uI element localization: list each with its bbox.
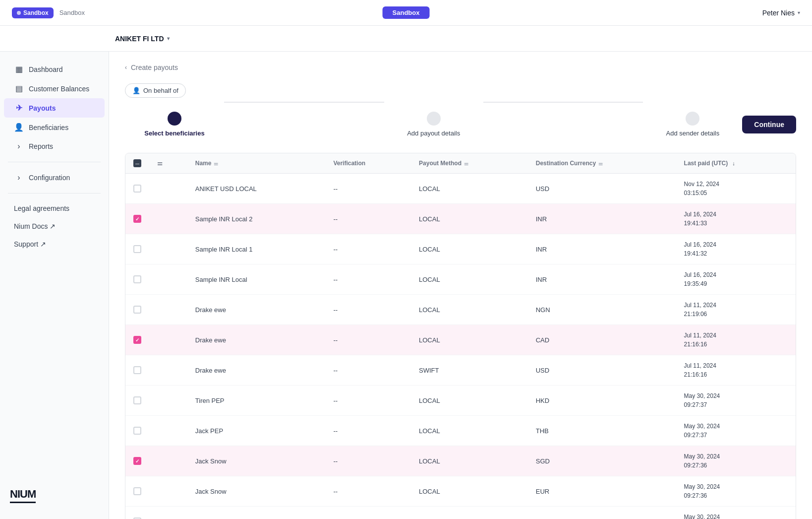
step-2-circle bbox=[427, 112, 441, 126]
row-checkbox[interactable] bbox=[133, 487, 141, 495]
company-chevron-icon: ▾ bbox=[167, 36, 170, 41]
step-line-1 bbox=[224, 102, 384, 103]
sandbox-dot bbox=[17, 11, 21, 15]
row-name: Drake ewe bbox=[187, 355, 326, 386]
currency-sort-icon[interactable]: ⚌ bbox=[598, 161, 603, 166]
row-destination-currency: INR bbox=[528, 204, 676, 234]
row-last-paid: May 30, 202409:27:36 bbox=[676, 446, 796, 476]
continue-button[interactable]: Continue bbox=[742, 116, 796, 133]
table-row: Sample INR Local 1 -- LOCAL INR Jul 16, … bbox=[125, 234, 796, 264]
th-last-paid-label: Last paid (UTC) bbox=[684, 160, 728, 167]
row-checkbox[interactable] bbox=[133, 396, 141, 404]
th-destination-currency-label: Destination Currency bbox=[536, 160, 596, 167]
row-name: Jack Snow bbox=[187, 476, 326, 507]
row-last-paid: May 30, 202409:27:36 bbox=[676, 507, 796, 519]
row-destination-currency: INR bbox=[528, 234, 676, 264]
row-verification: -- bbox=[325, 507, 411, 519]
row-payout-method: LOCAL bbox=[411, 174, 528, 204]
breadcrumb-label[interactable]: Create payouts bbox=[131, 64, 178, 71]
row-last-paid: Jul 16, 202419:41:33 bbox=[676, 204, 796, 234]
last-paid-sort-icon[interactable]: ↓ bbox=[732, 160, 735, 166]
step-2: Add payout details bbox=[384, 112, 483, 137]
row-checkbox[interactable] bbox=[133, 185, 141, 193]
sidebar-item-payouts[interactable]: ✈ Payouts bbox=[4, 98, 105, 118]
reports-expand-icon: › bbox=[14, 142, 24, 151]
row-destination-currency: EUR bbox=[528, 476, 676, 507]
sidebar-item-legal[interactable]: Legal agreements bbox=[4, 199, 105, 217]
sidebar-item-beneficiaries[interactable]: 👤 Beneficiaries bbox=[4, 118, 105, 137]
row-checkbox[interactable] bbox=[133, 457, 141, 465]
row-payout-method: LOCAL bbox=[411, 446, 528, 476]
row-checkbox[interactable] bbox=[133, 245, 141, 253]
customer-balances-icon: ▤ bbox=[14, 84, 24, 93]
row-last-paid: Jul 16, 202419:41:32 bbox=[676, 234, 796, 264]
step-1-label: Select beneficiaries bbox=[144, 130, 204, 137]
beneficiaries-icon: 👤 bbox=[14, 123, 24, 132]
behalf-chip[interactable]: 👤 On behalf of bbox=[125, 83, 186, 98]
row-last-paid: Nov 12, 202403:15:05 bbox=[676, 174, 796, 204]
row-destination-currency: NGN bbox=[528, 295, 676, 325]
row-checkbox-cell bbox=[125, 234, 149, 264]
sidebar-item-label: Configuration bbox=[29, 174, 70, 182]
name-sort-icon[interactable]: ⚌ bbox=[214, 161, 218, 166]
table-row: Tiren PEP -- LOCAL HKD May 30, 202409:27… bbox=[125, 386, 796, 416]
table-row: Jack Snow -- LOCAL EUR May 30, 202409:27… bbox=[125, 476, 796, 507]
row-checkbox[interactable] bbox=[133, 215, 141, 223]
company-bar: ANIKET FI LTD ▾ bbox=[0, 26, 812, 52]
row-checkbox-cell bbox=[125, 174, 149, 204]
row-payout-method: LOCAL bbox=[411, 386, 528, 416]
back-arrow-icon[interactable]: ‹ bbox=[125, 64, 127, 71]
behalf-label: On behalf of bbox=[143, 87, 178, 94]
th-verification: Verification bbox=[325, 153, 411, 174]
row-checkbox[interactable] bbox=[133, 366, 141, 374]
company-selector[interactable]: ANIKET FI LTD ▾ bbox=[115, 35, 170, 43]
row-filter-cell bbox=[149, 507, 187, 519]
sidebar-item-customer-balances[interactable]: ▤ Customer Balances bbox=[4, 79, 105, 98]
step-3: Add sender details bbox=[643, 112, 742, 137]
user-menu[interactable]: Peter Nies ▾ bbox=[762, 9, 800, 17]
row-checkbox-cell bbox=[125, 264, 149, 295]
steps-wrapper: Select beneficiaries Add payout details … bbox=[125, 112, 796, 137]
sidebar-item-reports[interactable]: › Reports bbox=[4, 137, 105, 156]
row-checkbox-cell bbox=[125, 416, 149, 446]
sidebar-divider-2 bbox=[8, 193, 101, 194]
sandbox-badge-left[interactable]: Sandbox bbox=[12, 7, 54, 18]
select-all-checkbox[interactable] bbox=[133, 159, 141, 167]
th-payout-method: Payout Method ⚌ bbox=[411, 153, 528, 174]
row-checkbox[interactable] bbox=[133, 275, 141, 283]
row-checkbox[interactable] bbox=[133, 306, 141, 314]
row-name: Sample INR Local 2 bbox=[187, 204, 326, 234]
nium-logo: NIUM bbox=[10, 488, 36, 503]
row-destination-currency: GBP bbox=[528, 507, 676, 519]
th-checkbox bbox=[125, 153, 149, 174]
row-filter-cell bbox=[149, 174, 187, 204]
payout-sort-icon[interactable]: ⚌ bbox=[464, 161, 468, 166]
row-checkbox[interactable] bbox=[133, 336, 141, 344]
sidebar-item-support[interactable]: Support ↗ bbox=[4, 235, 105, 253]
th-name: Name ⚌ bbox=[187, 153, 326, 174]
sidebar-item-label: Payouts bbox=[29, 104, 56, 112]
sidebar-item-label: Reports bbox=[29, 142, 53, 150]
sidebar-item-dashboard[interactable]: ▦ Dashboard bbox=[4, 60, 105, 79]
sidebar-item-configuration[interactable]: › Configuration bbox=[4, 168, 105, 187]
sidebar-bottom: NIUM bbox=[0, 480, 109, 511]
row-verification: -- bbox=[325, 295, 411, 325]
row-filter-cell bbox=[149, 264, 187, 295]
sidebar: ▦ Dashboard ▤ Customer Balances ✈ Payout… bbox=[0, 52, 109, 519]
sandbox-center-badge: Sandbox bbox=[383, 6, 430, 19]
step-3-label: Add sender details bbox=[666, 130, 720, 137]
row-last-paid: Jul 11, 202421:16:16 bbox=[676, 325, 796, 355]
row-checkbox[interactable] bbox=[133, 427, 141, 435]
row-destination-currency: HKD bbox=[528, 386, 676, 416]
sidebar-item-nium-docs[interactable]: Nium Docs ↗ bbox=[4, 217, 105, 235]
row-filter-cell bbox=[149, 295, 187, 325]
row-checkbox-cell bbox=[125, 507, 149, 519]
row-name: Drake ewe bbox=[187, 295, 326, 325]
row-destination-currency: USD bbox=[528, 174, 676, 204]
topbar-center: Sandbox bbox=[383, 6, 430, 19]
table-row: Sample INR Local 2 -- LOCAL INR Jul 16, … bbox=[125, 204, 796, 234]
sidebar-divider bbox=[8, 162, 101, 162]
row-payout-method: LOCAL bbox=[411, 204, 528, 234]
main-content: ‹ Create payouts 👤 On behalf of Select b… bbox=[109, 52, 812, 519]
breadcrumb: ‹ Create payouts bbox=[125, 64, 796, 71]
